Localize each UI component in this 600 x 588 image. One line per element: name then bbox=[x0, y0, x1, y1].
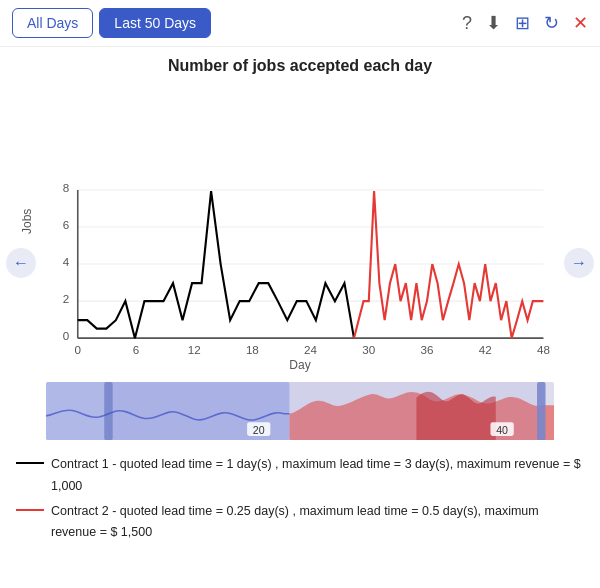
close-icon[interactable]: ✕ bbox=[573, 12, 588, 34]
chart-section: ← → Number of jobs accepted each day Job… bbox=[0, 47, 600, 440]
tab-group: All Days Last 50 Days bbox=[12, 8, 211, 38]
legend-item-2: Contract 2 - quoted lead time = 0.25 day… bbox=[16, 501, 584, 544]
svg-text:8: 8 bbox=[63, 181, 69, 194]
top-icons: ? ⬇ ⊞ ↻ ✕ bbox=[462, 12, 588, 34]
help-icon[interactable]: ? bbox=[462, 13, 472, 34]
legend-line-2 bbox=[16, 509, 44, 511]
svg-text:6: 6 bbox=[133, 343, 139, 356]
legend-line-1 bbox=[16, 462, 44, 464]
nav-left-button[interactable]: ← bbox=[6, 248, 36, 278]
grid-icon[interactable]: ⊞ bbox=[515, 12, 530, 34]
refresh-icon[interactable]: ↻ bbox=[544, 12, 559, 34]
svg-text:12: 12 bbox=[188, 343, 201, 356]
svg-text:0: 0 bbox=[75, 343, 82, 356]
legend-text-1: Contract 1 - quoted lead time = 1 day(s)… bbox=[51, 454, 584, 497]
svg-text:30: 30 bbox=[362, 343, 375, 356]
chart-title: Number of jobs accepted each day bbox=[0, 57, 600, 75]
svg-rect-24 bbox=[537, 382, 545, 440]
svg-text:2: 2 bbox=[63, 292, 69, 305]
svg-text:48: 48 bbox=[537, 343, 550, 356]
legend-text-2: Contract 2 - quoted lead time = 0.25 day… bbox=[51, 501, 584, 544]
chart-container: 0 2 4 6 8 0 6 12 18 24 30 36 4 bbox=[46, 81, 554, 356]
y-axis-label: Jobs bbox=[20, 208, 34, 233]
svg-text:36: 36 bbox=[421, 343, 434, 356]
svg-text:4: 4 bbox=[63, 255, 70, 268]
legend-item-1: Contract 1 - quoted lead time = 1 day(s)… bbox=[16, 454, 584, 497]
x-axis-label: Day bbox=[46, 358, 554, 372]
svg-text:18: 18 bbox=[246, 343, 259, 356]
svg-text:24: 24 bbox=[304, 343, 317, 356]
main-chart-svg: 0 2 4 6 8 0 6 12 18 24 30 36 4 bbox=[46, 81, 554, 356]
chart-area: Jobs 0 2 4 6 8 0 6 12 18 bbox=[46, 81, 554, 372]
top-bar: All Days Last 50 Days ? ⬇ ⊞ ↻ ✕ bbox=[0, 0, 600, 47]
svg-text:0: 0 bbox=[63, 329, 70, 342]
tab-last-50-days[interactable]: Last 50 Days bbox=[99, 8, 211, 38]
nav-right-button[interactable]: → bbox=[564, 248, 594, 278]
svg-text:20: 20 bbox=[253, 424, 265, 436]
mini-chart-svg: 20 40 bbox=[46, 382, 554, 440]
legend: Contract 1 - quoted lead time = 1 day(s)… bbox=[16, 454, 584, 543]
tab-all-days[interactable]: All Days bbox=[12, 8, 93, 38]
download-icon[interactable]: ⬇ bbox=[486, 12, 501, 34]
mini-chart-wrap: 20 40 bbox=[46, 382, 554, 440]
svg-text:6: 6 bbox=[63, 218, 69, 231]
svg-text:42: 42 bbox=[479, 343, 492, 356]
svg-text:40: 40 bbox=[496, 424, 508, 436]
